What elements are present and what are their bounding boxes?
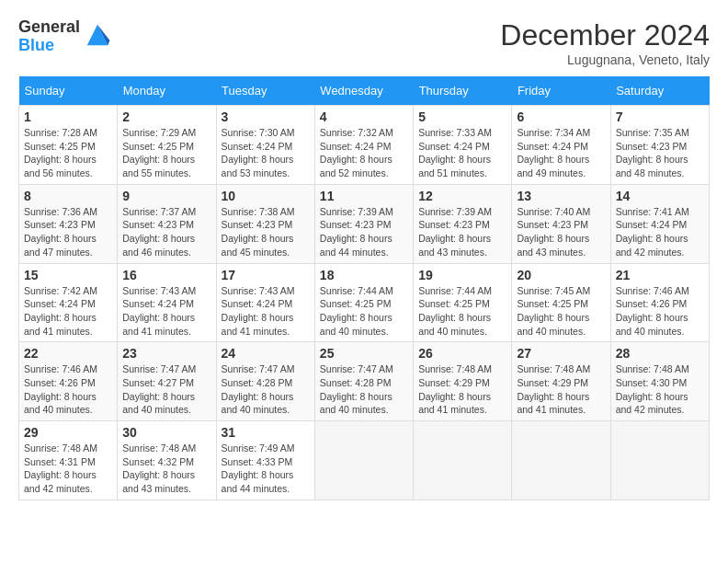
calendar-cell: 13Sunrise: 7:40 AM Sunset: 4:23 PM Dayli… — [512, 184, 610, 263]
day-info: Sunrise: 7:49 AM Sunset: 4:33 PM Dayligh… — [222, 442, 310, 496]
day-info: Sunrise: 7:40 AM Sunset: 4:23 PM Dayligh… — [517, 205, 605, 259]
day-number: 8 — [24, 189, 112, 203]
calendar-cell: 14Sunrise: 7:41 AM Sunset: 4:24 PM Dayli… — [610, 184, 709, 263]
calendar-week-3: 15Sunrise: 7:42 AM Sunset: 4:24 PM Dayli… — [19, 263, 710, 342]
day-number: 27 — [517, 346, 605, 361]
day-info: Sunrise: 7:46 AM Sunset: 4:26 PM Dayligh… — [24, 362, 112, 417]
col-header-sunday: Sunday — [19, 76, 118, 106]
day-info: Sunrise: 7:47 AM Sunset: 4:28 PM Dayligh… — [222, 362, 310, 417]
location: Lugugnana, Veneto, Italy — [500, 52, 710, 67]
day-number: 17 — [222, 268, 310, 282]
day-number: 29 — [24, 425, 112, 440]
day-info: Sunrise: 7:39 AM Sunset: 4:23 PM Dayligh… — [418, 205, 506, 259]
calendar-cell: 21Sunrise: 7:46 AM Sunset: 4:26 PM Dayli… — [610, 263, 709, 342]
day-info: Sunrise: 7:37 AM Sunset: 4:23 PM Dayligh… — [122, 205, 210, 259]
day-info: Sunrise: 7:36 AM Sunset: 4:23 PM Dayligh… — [24, 205, 112, 259]
calendar-cell: 30Sunrise: 7:48 AM Sunset: 4:32 PM Dayli… — [118, 421, 216, 500]
day-info: Sunrise: 7:48 AM Sunset: 4:29 PM Dayligh… — [517, 362, 605, 417]
day-info: Sunrise: 7:42 AM Sunset: 4:24 PM Dayligh… — [24, 284, 112, 339]
day-number: 30 — [122, 425, 210, 440]
day-number: 4 — [320, 109, 408, 124]
day-number: 22 — [24, 346, 112, 361]
calendar-cell: 5Sunrise: 7:33 AM Sunset: 4:24 PM Daylig… — [414, 106, 512, 185]
day-number: 15 — [24, 268, 112, 282]
calendar-week-5: 29Sunrise: 7:48 AM Sunset: 4:31 PM Dayli… — [19, 421, 710, 500]
day-info: Sunrise: 7:38 AM Sunset: 4:23 PM Dayligh… — [222, 205, 310, 259]
day-number: 1 — [24, 109, 112, 124]
day-number: 13 — [517, 189, 605, 203]
logo: General Blue — [18, 18, 111, 55]
logo-line2: Blue — [18, 37, 80, 55]
calendar-cell: 20Sunrise: 7:45 AM Sunset: 4:25 PM Dayli… — [512, 263, 610, 342]
calendar-cell: 19Sunrise: 7:44 AM Sunset: 4:25 PM Dayli… — [414, 263, 512, 342]
title-block: December 2024 Lugugnana, Veneto, Italy — [500, 18, 710, 67]
calendar-week-1: 1Sunrise: 7:28 AM Sunset: 4:25 PM Daylig… — [19, 106, 710, 185]
day-info: Sunrise: 7:32 AM Sunset: 4:24 PM Dayligh… — [320, 126, 408, 180]
calendar-cell: 28Sunrise: 7:48 AM Sunset: 4:30 PM Dayli… — [610, 342, 709, 421]
col-header-thursday: Thursday — [414, 76, 512, 106]
day-number: 14 — [616, 189, 704, 203]
calendar-cell: 7Sunrise: 7:35 AM Sunset: 4:23 PM Daylig… — [610, 106, 709, 185]
calendar-cell — [414, 421, 512, 500]
calendar-cell: 10Sunrise: 7:38 AM Sunset: 4:23 PM Dayli… — [216, 184, 314, 263]
calendar-cell: 25Sunrise: 7:47 AM Sunset: 4:28 PM Dayli… — [314, 342, 413, 421]
calendar-cell: 23Sunrise: 7:47 AM Sunset: 4:27 PM Dayli… — [118, 342, 216, 421]
day-number: 25 — [320, 346, 408, 361]
day-number: 9 — [122, 189, 210, 203]
day-info: Sunrise: 7:39 AM Sunset: 4:23 PM Dayligh… — [320, 205, 408, 259]
col-header-tuesday: Tuesday — [216, 76, 314, 106]
day-number: 21 — [616, 268, 704, 282]
logo-icon — [84, 21, 111, 49]
calendar-cell — [512, 421, 610, 500]
day-number: 18 — [320, 268, 408, 282]
day-info: Sunrise: 7:35 AM Sunset: 4:23 PM Dayligh… — [616, 126, 704, 180]
calendar-cell — [314, 421, 413, 500]
calendar-cell: 2Sunrise: 7:29 AM Sunset: 4:25 PM Daylig… — [118, 106, 216, 185]
day-number: 3 — [222, 109, 310, 124]
day-number: 10 — [222, 189, 310, 203]
calendar-cell: 31Sunrise: 7:49 AM Sunset: 4:33 PM Dayli… — [216, 421, 314, 500]
day-info: Sunrise: 7:46 AM Sunset: 4:26 PM Dayligh… — [616, 284, 704, 339]
day-info: Sunrise: 7:29 AM Sunset: 4:25 PM Dayligh… — [122, 126, 210, 180]
day-number: 6 — [517, 109, 605, 124]
day-number: 19 — [418, 268, 506, 282]
day-info: Sunrise: 7:43 AM Sunset: 4:24 PM Dayligh… — [222, 284, 310, 339]
day-number: 31 — [222, 425, 310, 440]
col-header-saturday: Saturday — [610, 76, 709, 106]
month-title: December 2024 — [500, 18, 710, 52]
day-number: 26 — [418, 346, 506, 361]
calendar-cell: 22Sunrise: 7:46 AM Sunset: 4:26 PM Dayli… — [19, 342, 118, 421]
logo-line1: General — [18, 18, 80, 37]
calendar-cell — [610, 421, 709, 500]
col-header-friday: Friday — [512, 76, 610, 106]
day-info: Sunrise: 7:43 AM Sunset: 4:24 PM Dayligh… — [122, 284, 210, 339]
day-info: Sunrise: 7:48 AM Sunset: 4:29 PM Dayligh… — [418, 362, 506, 417]
day-info: Sunrise: 7:34 AM Sunset: 4:24 PM Dayligh… — [517, 126, 605, 180]
day-number: 28 — [616, 346, 704, 361]
calendar-cell: 18Sunrise: 7:44 AM Sunset: 4:25 PM Dayli… — [314, 263, 413, 342]
calendar-cell: 29Sunrise: 7:48 AM Sunset: 4:31 PM Dayli… — [19, 421, 118, 500]
day-number: 5 — [418, 109, 506, 124]
calendar-week-2: 8Sunrise: 7:36 AM Sunset: 4:23 PM Daylig… — [19, 184, 710, 263]
calendar-week-4: 22Sunrise: 7:46 AM Sunset: 4:26 PM Dayli… — [19, 342, 710, 421]
day-number: 11 — [320, 189, 408, 203]
day-info: Sunrise: 7:28 AM Sunset: 4:25 PM Dayligh… — [24, 126, 112, 180]
calendar-cell: 6Sunrise: 7:34 AM Sunset: 4:24 PM Daylig… — [512, 106, 610, 185]
col-header-monday: Monday — [118, 76, 216, 106]
calendar-cell: 15Sunrise: 7:42 AM Sunset: 4:24 PM Dayli… — [19, 263, 118, 342]
day-info: Sunrise: 7:33 AM Sunset: 4:24 PM Dayligh… — [418, 126, 506, 180]
day-info: Sunrise: 7:44 AM Sunset: 4:25 PM Dayligh… — [418, 284, 506, 339]
day-info: Sunrise: 7:48 AM Sunset: 4:31 PM Dayligh… — [24, 442, 112, 496]
day-info: Sunrise: 7:45 AM Sunset: 4:25 PM Dayligh… — [517, 284, 605, 339]
day-number: 20 — [517, 268, 605, 282]
day-info: Sunrise: 7:47 AM Sunset: 4:28 PM Dayligh… — [320, 362, 408, 417]
day-number: 16 — [122, 268, 210, 282]
calendar-cell: 27Sunrise: 7:48 AM Sunset: 4:29 PM Dayli… — [512, 342, 610, 421]
day-number: 12 — [418, 189, 506, 203]
calendar-cell: 26Sunrise: 7:48 AM Sunset: 4:29 PM Dayli… — [414, 342, 512, 421]
day-number: 24 — [222, 346, 310, 361]
day-info: Sunrise: 7:48 AM Sunset: 4:30 PM Dayligh… — [616, 362, 704, 417]
calendar-cell: 17Sunrise: 7:43 AM Sunset: 4:24 PM Dayli… — [216, 263, 314, 342]
day-info: Sunrise: 7:41 AM Sunset: 4:24 PM Dayligh… — [616, 205, 704, 259]
day-info: Sunrise: 7:30 AM Sunset: 4:24 PM Dayligh… — [222, 126, 310, 180]
